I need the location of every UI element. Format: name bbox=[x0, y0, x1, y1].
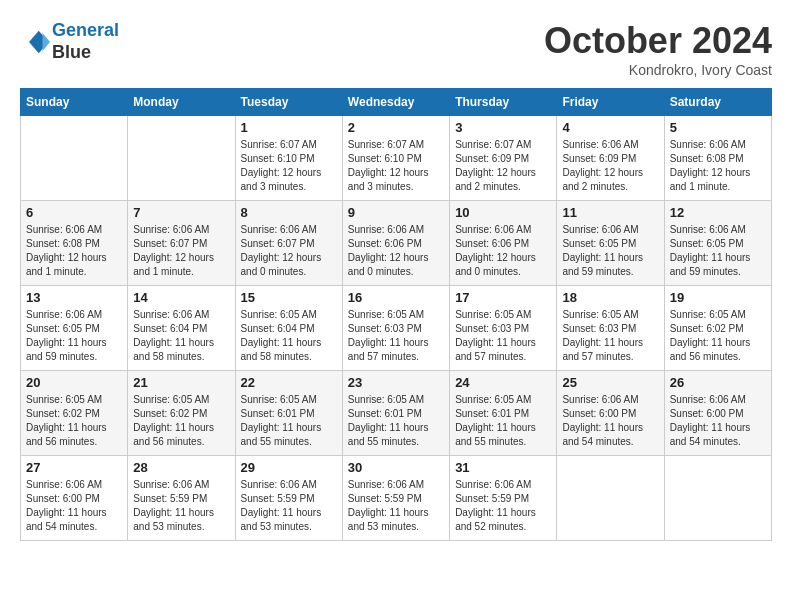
day-number: 21 bbox=[133, 375, 229, 390]
calendar-cell: 25Sunrise: 6:06 AM Sunset: 6:00 PM Dayli… bbox=[557, 371, 664, 456]
calendar-cell: 22Sunrise: 6:05 AM Sunset: 6:01 PM Dayli… bbox=[235, 371, 342, 456]
calendar-cell: 17Sunrise: 6:05 AM Sunset: 6:03 PM Dayli… bbox=[450, 286, 557, 371]
calendar-cell: 30Sunrise: 6:06 AM Sunset: 5:59 PM Dayli… bbox=[342, 456, 449, 541]
weekday-header: Sunday bbox=[21, 89, 128, 116]
day-number: 20 bbox=[26, 375, 122, 390]
calendar-cell: 14Sunrise: 6:06 AM Sunset: 6:04 PM Dayli… bbox=[128, 286, 235, 371]
day-number: 6 bbox=[26, 205, 122, 220]
day-info: Sunrise: 6:05 AM Sunset: 6:03 PM Dayligh… bbox=[348, 308, 444, 364]
calendar-week-row: 6Sunrise: 6:06 AM Sunset: 6:08 PM Daylig… bbox=[21, 201, 772, 286]
day-info: Sunrise: 6:05 AM Sunset: 6:02 PM Dayligh… bbox=[26, 393, 122, 449]
calendar-cell: 11Sunrise: 6:06 AM Sunset: 6:05 PM Dayli… bbox=[557, 201, 664, 286]
day-number: 2 bbox=[348, 120, 444, 135]
day-number: 28 bbox=[133, 460, 229, 475]
weekday-header: Saturday bbox=[664, 89, 771, 116]
calendar-cell: 29Sunrise: 6:06 AM Sunset: 5:59 PM Dayli… bbox=[235, 456, 342, 541]
day-number: 19 bbox=[670, 290, 766, 305]
calendar-cell bbox=[557, 456, 664, 541]
page-header: General Blue October 2024 Kondrokro, Ivo… bbox=[20, 20, 772, 78]
calendar-cell: 20Sunrise: 6:05 AM Sunset: 6:02 PM Dayli… bbox=[21, 371, 128, 456]
calendar-cell: 1Sunrise: 6:07 AM Sunset: 6:10 PM Daylig… bbox=[235, 116, 342, 201]
calendar-cell: 31Sunrise: 6:06 AM Sunset: 5:59 PM Dayli… bbox=[450, 456, 557, 541]
day-info: Sunrise: 6:06 AM Sunset: 6:07 PM Dayligh… bbox=[241, 223, 337, 279]
day-info: Sunrise: 6:05 AM Sunset: 6:01 PM Dayligh… bbox=[241, 393, 337, 449]
calendar-week-row: 20Sunrise: 6:05 AM Sunset: 6:02 PM Dayli… bbox=[21, 371, 772, 456]
day-info: Sunrise: 6:06 AM Sunset: 6:08 PM Dayligh… bbox=[26, 223, 122, 279]
calendar-cell: 5Sunrise: 6:06 AM Sunset: 6:08 PM Daylig… bbox=[664, 116, 771, 201]
calendar-cell: 21Sunrise: 6:05 AM Sunset: 6:02 PM Dayli… bbox=[128, 371, 235, 456]
logo-icon bbox=[20, 27, 50, 57]
calendar-cell: 16Sunrise: 6:05 AM Sunset: 6:03 PM Dayli… bbox=[342, 286, 449, 371]
day-info: Sunrise: 6:05 AM Sunset: 6:02 PM Dayligh… bbox=[133, 393, 229, 449]
calendar-cell: 15Sunrise: 6:05 AM Sunset: 6:04 PM Dayli… bbox=[235, 286, 342, 371]
day-info: Sunrise: 6:06 AM Sunset: 6:00 PM Dayligh… bbox=[562, 393, 658, 449]
calendar-cell: 18Sunrise: 6:05 AM Sunset: 6:03 PM Dayli… bbox=[557, 286, 664, 371]
day-number: 17 bbox=[455, 290, 551, 305]
calendar-cell: 26Sunrise: 6:06 AM Sunset: 6:00 PM Dayli… bbox=[664, 371, 771, 456]
day-number: 26 bbox=[670, 375, 766, 390]
weekday-header: Friday bbox=[557, 89, 664, 116]
day-info: Sunrise: 6:05 AM Sunset: 6:01 PM Dayligh… bbox=[455, 393, 551, 449]
calendar-cell: 4Sunrise: 6:06 AM Sunset: 6:09 PM Daylig… bbox=[557, 116, 664, 201]
calendar-cell: 23Sunrise: 6:05 AM Sunset: 6:01 PM Dayli… bbox=[342, 371, 449, 456]
logo-text: General Blue bbox=[52, 20, 119, 63]
day-number: 7 bbox=[133, 205, 229, 220]
day-number: 27 bbox=[26, 460, 122, 475]
day-number: 9 bbox=[348, 205, 444, 220]
day-info: Sunrise: 6:05 AM Sunset: 6:02 PM Dayligh… bbox=[670, 308, 766, 364]
day-number: 5 bbox=[670, 120, 766, 135]
day-number: 4 bbox=[562, 120, 658, 135]
calendar-cell: 6Sunrise: 6:06 AM Sunset: 6:08 PM Daylig… bbox=[21, 201, 128, 286]
location: Kondrokro, Ivory Coast bbox=[544, 62, 772, 78]
day-number: 22 bbox=[241, 375, 337, 390]
day-info: Sunrise: 6:06 AM Sunset: 6:00 PM Dayligh… bbox=[26, 478, 122, 534]
day-number: 31 bbox=[455, 460, 551, 475]
calendar-cell: 13Sunrise: 6:06 AM Sunset: 6:05 PM Dayli… bbox=[21, 286, 128, 371]
calendar-body: 1Sunrise: 6:07 AM Sunset: 6:10 PM Daylig… bbox=[21, 116, 772, 541]
logo-line2: Blue bbox=[52, 42, 119, 64]
day-number: 30 bbox=[348, 460, 444, 475]
day-info: Sunrise: 6:06 AM Sunset: 6:07 PM Dayligh… bbox=[133, 223, 229, 279]
day-number: 10 bbox=[455, 205, 551, 220]
calendar-week-row: 13Sunrise: 6:06 AM Sunset: 6:05 PM Dayli… bbox=[21, 286, 772, 371]
day-info: Sunrise: 6:06 AM Sunset: 6:06 PM Dayligh… bbox=[348, 223, 444, 279]
day-number: 14 bbox=[133, 290, 229, 305]
day-info: Sunrise: 6:05 AM Sunset: 6:04 PM Dayligh… bbox=[241, 308, 337, 364]
day-info: Sunrise: 6:05 AM Sunset: 6:03 PM Dayligh… bbox=[455, 308, 551, 364]
day-info: Sunrise: 6:06 AM Sunset: 5:59 PM Dayligh… bbox=[348, 478, 444, 534]
day-info: Sunrise: 6:06 AM Sunset: 6:05 PM Dayligh… bbox=[670, 223, 766, 279]
day-info: Sunrise: 6:06 AM Sunset: 6:05 PM Dayligh… bbox=[562, 223, 658, 279]
day-number: 12 bbox=[670, 205, 766, 220]
calendar-week-row: 1Sunrise: 6:07 AM Sunset: 6:10 PM Daylig… bbox=[21, 116, 772, 201]
month-title: October 2024 bbox=[544, 20, 772, 62]
title-block: October 2024 Kondrokro, Ivory Coast bbox=[544, 20, 772, 78]
logo-line1: General bbox=[52, 20, 119, 40]
day-info: Sunrise: 6:07 AM Sunset: 6:10 PM Dayligh… bbox=[348, 138, 444, 194]
day-number: 11 bbox=[562, 205, 658, 220]
day-number: 1 bbox=[241, 120, 337, 135]
calendar-cell: 28Sunrise: 6:06 AM Sunset: 5:59 PM Dayli… bbox=[128, 456, 235, 541]
day-info: Sunrise: 6:06 AM Sunset: 5:59 PM Dayligh… bbox=[455, 478, 551, 534]
day-info: Sunrise: 6:06 AM Sunset: 6:05 PM Dayligh… bbox=[26, 308, 122, 364]
calendar-cell bbox=[128, 116, 235, 201]
day-info: Sunrise: 6:06 AM Sunset: 5:59 PM Dayligh… bbox=[133, 478, 229, 534]
day-info: Sunrise: 6:06 AM Sunset: 6:00 PM Dayligh… bbox=[670, 393, 766, 449]
calendar-cell: 19Sunrise: 6:05 AM Sunset: 6:02 PM Dayli… bbox=[664, 286, 771, 371]
day-number: 25 bbox=[562, 375, 658, 390]
weekday-header: Monday bbox=[128, 89, 235, 116]
calendar-table: SundayMondayTuesdayWednesdayThursdayFrid… bbox=[20, 88, 772, 541]
day-number: 13 bbox=[26, 290, 122, 305]
weekday-header: Tuesday bbox=[235, 89, 342, 116]
day-number: 8 bbox=[241, 205, 337, 220]
day-number: 24 bbox=[455, 375, 551, 390]
day-info: Sunrise: 6:06 AM Sunset: 5:59 PM Dayligh… bbox=[241, 478, 337, 534]
day-number: 3 bbox=[455, 120, 551, 135]
day-number: 29 bbox=[241, 460, 337, 475]
day-info: Sunrise: 6:06 AM Sunset: 6:06 PM Dayligh… bbox=[455, 223, 551, 279]
logo: General Blue bbox=[20, 20, 119, 63]
day-number: 15 bbox=[241, 290, 337, 305]
day-number: 16 bbox=[348, 290, 444, 305]
day-info: Sunrise: 6:06 AM Sunset: 6:08 PM Dayligh… bbox=[670, 138, 766, 194]
calendar-cell: 8Sunrise: 6:06 AM Sunset: 6:07 PM Daylig… bbox=[235, 201, 342, 286]
day-info: Sunrise: 6:07 AM Sunset: 6:09 PM Dayligh… bbox=[455, 138, 551, 194]
